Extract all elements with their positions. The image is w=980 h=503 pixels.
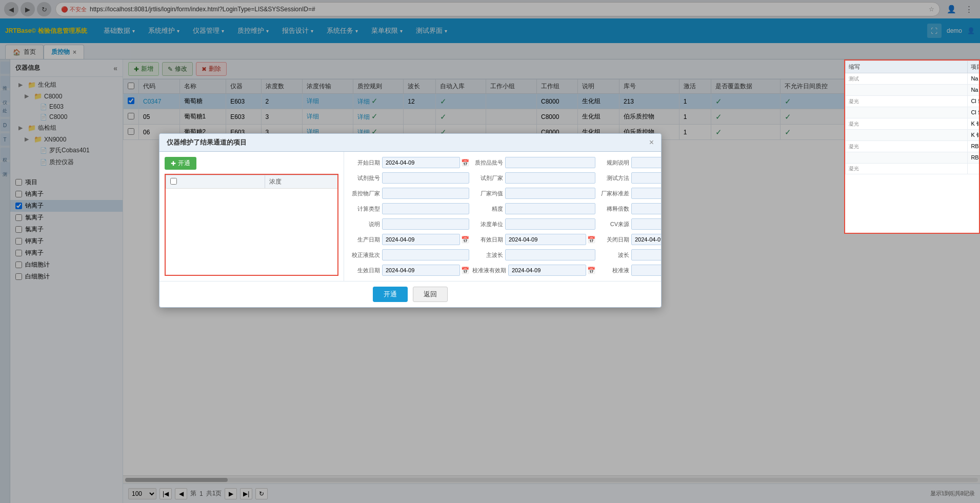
reagent-mfr-field[interactable] [505,172,595,184]
rp-cell-category [846,152,968,164]
rp-cell-abbr: K 钾离子 [968,130,980,141]
label-test-method: 测试方法 [598,174,629,182]
modal-cancel-button[interactable]: 返回 [413,287,448,302]
label-expire-date: 有效日期 [472,236,503,244]
dilution-field[interactable] [631,203,661,214]
label-wave: 波长 [598,251,629,259]
items-select-all[interactable] [170,178,177,185]
modal-left-toolbar: ✚ 开通 [165,157,338,170]
form-group-prod-date: 生产日期 📅 [349,234,469,245]
test-method-field[interactable] [631,172,661,184]
form-group-reagent-lot: 试剂批号 [349,172,469,184]
label-calib-liquid: 校准液 [598,267,629,274]
mfr-avg-field[interactable] [505,188,595,199]
label-quality-lot: 质控品批号 [472,159,503,167]
rp-row: 凝光 K 钾离子 浓度1 02 [846,118,981,130]
label-precision: 精度 [472,205,503,213]
form-group-main-wave: 主波长 [472,249,595,260]
form-grid: 开始日期 📅 质控品批号 规则说明 [349,157,656,276]
rp-row: K 钾离子 浓度2 02 [846,130,981,141]
mfr-std-field[interactable] [631,188,661,199]
modal-title: 仪器维护了结果通道的项目 [167,138,247,147]
label-reagent-mfr: 试剂厂家 [472,174,503,182]
label-cv-source: CV来源 [598,220,629,228]
rp-cell-category [846,130,968,141]
calib-liquid-field[interactable] [631,265,661,276]
right-panel-body: 测试 Na 钠离子 浓度1 04 Na 钠离子 浓度2 04 凝光 Cl 氯离子… [846,73,981,174]
form-group-close-date: 关闭日期 📅 [598,234,661,245]
form-group-dilution: 稀释倍数 [598,203,661,214]
rp-row: Na 钠离子 浓度2 04 [846,85,981,96]
modal-close-button[interactable]: × [649,138,654,147]
form-group-mfr-avg: 厂家均值 [472,188,595,199]
rp-cell-category [846,85,968,96]
form-group-remark: 说明 [349,218,469,230]
modal-confirm-button[interactable]: 开通 [373,287,408,302]
form-group-calc-type: 计算类型 [349,203,469,214]
remark-field[interactable] [382,218,469,230]
rule-note-field[interactable] [631,157,661,168]
form-group-mfr-std: 厂家标准差 [598,188,661,199]
rp-cell-category: 凝光 [846,164,968,174]
modal-open-button[interactable]: ✚ 开通 [165,157,196,170]
modal-footer: 开通 返回 [159,281,661,307]
rp-row: 凝光 Cl 氯离子 浓度1 03 [846,96,981,107]
expire-date-field[interactable] [505,234,586,245]
rp-cell-category [846,107,968,118]
rp-cell-abbr: RBC 白细胞计数 [968,141,980,152]
calib-expire-calendar-icon[interactable]: 📅 [587,267,595,274]
rp-row: 测试 Na 钠离子 浓度1 04 [846,73,981,85]
rp-cell-abbr: K 钾离子 [968,118,980,130]
qc-mfr-field[interactable] [382,188,469,199]
conc-unit-field[interactable] [505,218,595,230]
close-date-field[interactable] [631,234,661,245]
label-remark: 说明 [349,220,380,228]
cv-source-field[interactable] [631,218,661,230]
main-wave-field[interactable] [505,249,595,260]
rp-cell-category: 凝光 [846,141,968,152]
modal-overlay: 仪器维护了结果通道的项目 × ✚ 开通 浓度 [0,0,980,503]
rp-cell-abbr [968,164,980,174]
precision-field[interactable] [505,203,595,214]
label-reagent-lot: 试剂批号 [349,174,380,182]
input-start-date: 📅 [382,157,469,168]
start-date-field[interactable] [382,157,460,168]
form-group-qc-mfr: 质控物厂家 [349,188,469,199]
form-group-calib-expire: 校准液有效期 📅 [472,265,595,276]
reagent-lot-field[interactable] [382,172,469,184]
prod-date-field[interactable] [382,234,460,245]
form-group-cv-source: CV来源 [598,218,661,230]
modal-header: 仪器维护了结果通道的项目 × [159,134,661,152]
label-main-wave: 主波长 [472,251,503,259]
form-group-wave: 波长 [598,249,661,260]
modal-left-panel: ✚ 开通 浓度 代码 缩写 项目名称 [159,152,344,281]
modal-body: ✚ 开通 浓度 代码 缩写 项目名称 [159,152,661,281]
correct-lot-field[interactable] [382,249,469,260]
expire-date-calendar-icon[interactable]: 📅 [587,236,595,244]
label-effect-date: 生效日期 [349,267,380,274]
rp-row: 凝光 [846,164,981,174]
right-channel-panel: 缩写 项目名称 浓度 代码 测试 Na 钠离子 浓度1 04 Na 钠离子 浓度… [844,59,980,234]
form-group-conc-unit: 浓度单位 [472,218,595,230]
effect-date-calendar-icon[interactable]: 📅 [461,267,469,274]
quality-lot-field[interactable] [505,157,595,168]
items-col-conc: 浓度 [265,175,338,189]
wave-field[interactable] [631,249,661,260]
rp-cell-abbr: Na 钠离子 [968,85,980,96]
items-col-checkbox [166,175,265,189]
items-table: 浓度 代码 缩写 项目名称 [166,175,338,189]
effect-date-field[interactable] [382,265,460,276]
form-group-rule-note: 规则说明 [598,157,661,168]
rp-cell-category: 测试 [846,73,968,85]
label-close-date: 关闭日期 [598,236,629,244]
calib-expire-field[interactable] [508,265,586,276]
form-group-reagent-mfr: 试剂厂家 [472,172,595,184]
label-calib-expire: 校准液有效期 [472,267,506,274]
calc-type-field[interactable] [382,203,469,214]
form-group-quality-lot: 质控品批号 [472,157,595,168]
rp-cell-abbr: Na 钠离子 [968,73,980,85]
instrument-channel-modal: 仪器维护了结果通道的项目 × ✚ 开通 浓度 [159,133,662,308]
start-date-calendar-icon[interactable]: 📅 [461,159,469,167]
rp-col-abbr: 项目名称 [968,61,980,73]
prod-date-calendar-icon[interactable]: 📅 [461,236,469,244]
